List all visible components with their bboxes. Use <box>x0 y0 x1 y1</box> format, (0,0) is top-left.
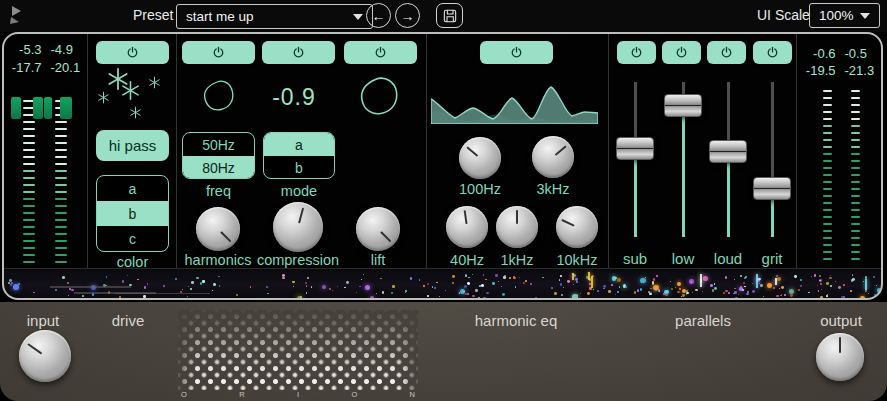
color-selector: a b c <box>96 175 169 252</box>
freq-selector: 50Hz 80Hz <box>182 132 255 179</box>
eq-40hz-knob[interactable] <box>446 206 488 248</box>
harmonic-eq-section-label: harmonic eq <box>456 312 576 329</box>
drive-blob-display <box>201 78 237 114</box>
section-divider <box>87 34 88 270</box>
preset-prev-button[interactable]: ← <box>366 3 391 28</box>
color-option-a[interactable]: a <box>97 176 168 201</box>
eq-3khz-knob[interactable] <box>532 136 574 178</box>
low-slider <box>664 82 702 237</box>
input-rms-left: -17.7 <box>12 60 42 75</box>
hi-pass-label: hi pass <box>109 137 157 154</box>
color-option-c[interactable]: c <box>97 226 168 251</box>
sub-slider-handle[interactable] <box>616 137 654 160</box>
output-meter-right <box>851 90 860 265</box>
drive-value-readout[interactable]: -0.9 <box>254 84 334 111</box>
knob-pointer <box>450 128 509 187</box>
output-knob[interactable] <box>816 333 864 381</box>
hi-pass-button[interactable]: hi pass <box>96 130 169 161</box>
main-panel: -5.3 -4.9 -17.7 -20.1 hi pass <box>2 32 883 300</box>
brand-name: O R I O N <box>178 390 418 399</box>
output-rms-left: -19.5 <box>806 63 836 78</box>
eq-100hz-label: 100Hz <box>440 181 520 197</box>
power-icon <box>674 45 689 60</box>
slider-fill <box>727 152 730 237</box>
grit-slider-handle[interactable] <box>753 177 791 200</box>
slider-fill <box>682 105 685 237</box>
low-power-button[interactable] <box>662 41 701 64</box>
power-icon <box>509 45 524 60</box>
grit-slider <box>753 82 791 237</box>
input-meter-right <box>55 100 67 268</box>
snowflake-icon <box>97 91 110 104</box>
preset-value: start me up <box>186 9 254 24</box>
eq-3khz-label: 3kHz <box>513 181 593 197</box>
drive-section-label: drive <box>98 312 158 329</box>
input-trim-handle[interactable] <box>33 97 43 119</box>
output-section-label: output <box>781 312 887 329</box>
speaker-grille <box>178 310 418 390</box>
harmonics-knob[interactable] <box>196 207 240 251</box>
power-icon <box>765 45 780 60</box>
harmonic-eq-curve-display <box>431 80 598 124</box>
plugin-window: Preset start me up ← → UI Scale 100% <box>0 0 887 401</box>
preset-next-button[interactable]: → <box>395 3 420 28</box>
preset-dropdown[interactable]: start me up <box>176 4 373 29</box>
bottom-plate: input drive harmonic eq parallels output… <box>0 302 887 401</box>
knob-pointer <box>187 198 249 260</box>
eq-100hz-knob[interactable] <box>459 137 501 179</box>
output-peak-left: -0.6 <box>813 46 835 61</box>
compression-knob[interactable] <box>273 202 323 252</box>
loud-slider-handle[interactable] <box>709 140 747 163</box>
brand-logo-icon <box>8 5 26 25</box>
ui-scale-value: 100% <box>819 8 854 23</box>
input-trim-handle[interactable] <box>60 97 72 119</box>
color-power-button[interactable] <box>96 41 169 64</box>
knob-pointer <box>443 203 490 250</box>
mode-option-a[interactable]: a <box>264 133 334 156</box>
slider-track[interactable] <box>771 82 774 237</box>
input-trim-handle[interactable] <box>11 97 21 119</box>
brand-letter: R <box>239 390 244 399</box>
input-knob[interactable] <box>19 330 71 382</box>
eq-1khz-knob[interactable] <box>496 206 538 248</box>
harmonic-eq-power-button[interactable] <box>480 41 553 64</box>
freq-option-80hz[interactable]: 80Hz <box>183 156 254 179</box>
section-divider <box>796 34 797 270</box>
section-divider <box>608 34 609 270</box>
output-peak-right: -0.5 <box>845 46 867 61</box>
ui-scale-dropdown[interactable]: 100% <box>809 3 880 28</box>
power-icon <box>629 45 644 60</box>
chevron-down-icon <box>353 14 363 20</box>
knob-pointer <box>523 127 582 186</box>
input-trim-handle[interactable] <box>44 97 52 119</box>
color-option-b[interactable]: b <box>97 201 168 226</box>
grit-power-button[interactable] <box>753 41 792 64</box>
output-peak-readout: -0.6 -0.5 <box>800 46 880 61</box>
slider-fill <box>634 149 637 237</box>
freq-option-50hz[interactable]: 50Hz <box>183 133 254 156</box>
drive-power-button-3[interactable] <box>344 41 417 64</box>
sparkle-strip <box>2 268 883 299</box>
eq-10khz-knob[interactable] <box>556 206 598 248</box>
input-peak-right: -4.9 <box>51 42 73 57</box>
lift-knob[interactable] <box>356 207 400 251</box>
lift-label: lift <box>318 252 438 268</box>
arrow-left-icon: ← <box>372 8 386 24</box>
section-divider <box>176 34 177 270</box>
input-rms-right: -20.1 <box>51 60 81 75</box>
output-rms-readout: -19.5 -21.3 <box>800 63 880 78</box>
sub-power-button[interactable] <box>617 41 656 64</box>
drive-blob-display <box>358 75 401 118</box>
freq-label: freq <box>182 183 255 199</box>
preset-save-button[interactable] <box>436 3 463 28</box>
sub-slider <box>616 82 654 237</box>
mode-option-b[interactable]: b <box>264 156 334 179</box>
drive-power-button-1[interactable] <box>182 41 255 64</box>
snowflake-icon <box>120 80 141 101</box>
low-slider-handle[interactable] <box>664 94 702 117</box>
drive-power-button-2[interactable] <box>262 41 335 64</box>
preset-label: Preset <box>133 7 173 23</box>
loud-power-button[interactable] <box>707 41 746 64</box>
brand-letter: N <box>410 390 415 399</box>
knob-pointer <box>267 196 328 257</box>
